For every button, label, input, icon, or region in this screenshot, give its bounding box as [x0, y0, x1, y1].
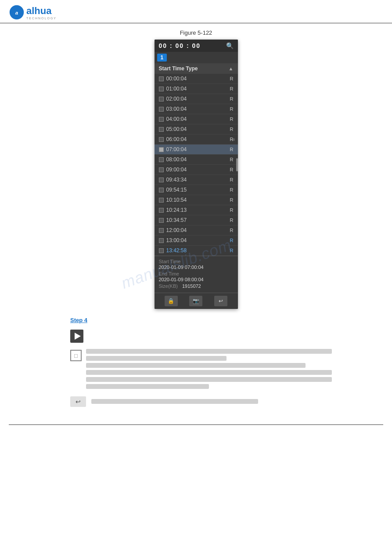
record-item[interactable]: 13:42:58 R: [155, 246, 238, 256]
record-item[interactable]: 10:10:54 R: [155, 195, 238, 205]
record-checkbox[interactable]: [159, 167, 164, 172]
record-time: 04:00:04: [166, 116, 230, 122]
bottom-rule: [9, 424, 383, 425]
note-line-5: [86, 377, 332, 382]
record-checkbox[interactable]: [159, 147, 164, 152]
start-time-label: Start Time: [159, 259, 234, 264]
record-type: R: [230, 187, 234, 192]
logo-brand: alhua: [26, 5, 51, 16]
header: a alhua TECHNOLOGY: [0, 0, 392, 23]
record-type: R: [230, 197, 234, 203]
record-checkbox[interactable]: [159, 76, 164, 81]
record-checkbox[interactable]: [159, 198, 164, 203]
lock-icon: 🔒: [168, 298, 174, 304]
record-item[interactable]: 10:24:13 R: [155, 205, 238, 215]
record-checkbox[interactable]: [159, 117, 164, 122]
record-checkbox[interactable]: [159, 238, 164, 243]
record-type: R: [230, 157, 234, 162]
start-time-value: 2020-01-09 07:00:04: [159, 265, 234, 270]
record-type: R: [230, 76, 234, 81]
record-type: R: [230, 228, 234, 233]
time-bar: 00 : 00 : 00 🔍: [155, 40, 238, 52]
step4-label: Step 4: [70, 317, 87, 323]
record-item[interactable]: 06:00:04 R ≡: [155, 134, 238, 145]
note-line-6: [86, 384, 209, 389]
record-time: 06:00:04: [166, 136, 230, 142]
record-type: R: [230, 86, 234, 91]
record-type: R: [230, 127, 234, 132]
back-btn-row: ↩: [70, 396, 383, 407]
back-icon: ↩: [219, 298, 223, 304]
record-time: 03:00:04: [166, 106, 230, 112]
note-icon: □: [70, 350, 82, 361]
record-type: R: [230, 218, 234, 223]
record-time: 05:00:04: [166, 126, 230, 132]
scrollbar[interactable]: [236, 158, 238, 171]
record-checkbox[interactable]: [159, 87, 164, 91]
play-triangle-icon: [75, 333, 81, 340]
record-checkbox[interactable]: [159, 107, 164, 112]
record-list: 00:00:04 R 01:00:04 R 02:00:04 R: [155, 74, 238, 256]
search-icon[interactable]: 🔍: [226, 42, 234, 49]
record-item[interactable]: 01:00:04 R: [155, 84, 238, 94]
play-button[interactable]: [70, 330, 83, 343]
record-time: 10:24:13: [166, 207, 230, 213]
record-time: 01:00:04: [166, 86, 230, 92]
record-checkbox[interactable]: [159, 137, 164, 142]
scroll-dots: ≡: [233, 137, 235, 142]
record-time: 10:34:57: [166, 217, 230, 223]
col-header: Start Time Type ▲: [155, 63, 238, 74]
record-item[interactable]: 10:34:57 R: [155, 215, 238, 225]
record-checkbox[interactable]: [159, 208, 164, 213]
note-line-1: [86, 349, 332, 354]
record-item[interactable]: 09:43:34 R: [155, 175, 238, 185]
record-time: 10:10:54: [166, 197, 230, 203]
size-value: 1915072: [182, 283, 201, 289]
logo: a alhua TECHNOLOGY: [9, 4, 57, 20]
record-type: R: [230, 238, 234, 243]
figure-caption: Figure 5-122: [9, 29, 383, 36]
ui-panel: 00 : 00 : 00 🔍 1 Start Time Type ▲: [155, 40, 238, 309]
channel-tab[interactable]: 1: [157, 54, 167, 62]
note-line-2: [86, 356, 227, 361]
time-display: 00 : 00 : 00: [159, 42, 201, 49]
record-item[interactable]: 09:54:15 R: [155, 185, 238, 195]
record-type: R: [230, 96, 234, 102]
record-item[interactable]: 04:00:04 R: [155, 114, 238, 124]
record-type: R: [230, 167, 234, 172]
end-time-label: End Time: [159, 271, 234, 276]
record-checkbox[interactable]: [159, 248, 164, 253]
record-item[interactable]: 00:00:04 R: [155, 74, 238, 84]
record-time: 09:43:34: [166, 177, 230, 183]
back-button[interactable]: ↩: [214, 296, 227, 306]
record-item[interactable]: 07:00:04 R: [155, 145, 238, 155]
backup-button[interactable]: 📷: [189, 296, 202, 306]
back-arrow-icon: ↩: [76, 398, 81, 405]
ui-panel-wrapper: 00 : 00 : 00 🔍 1 Start Time Type ▲: [9, 40, 383, 309]
end-time-value: 2020-01-09 08:00:04: [159, 277, 234, 282]
note-line-3: [86, 363, 306, 368]
record-checkbox[interactable]: [159, 178, 164, 182]
record-time: 02:00:04: [166, 96, 230, 102]
record-checkbox[interactable]: [159, 127, 164, 132]
record-checkbox[interactable]: [159, 157, 164, 162]
record-time: 00:00:04: [166, 76, 230, 82]
record-checkbox[interactable]: [159, 228, 164, 233]
record-time: 12:00:04: [166, 227, 230, 233]
record-item[interactable]: 09:00:04 R: [155, 165, 238, 175]
record-item[interactable]: 13:00:04 R: [155, 236, 238, 246]
record-item[interactable]: 05:00:04 R: [155, 124, 238, 134]
note-line-4: [86, 370, 332, 375]
lock-button[interactable]: 🔒: [165, 296, 178, 306]
record-item[interactable]: 03:00:04 R: [155, 104, 238, 114]
record-item[interactable]: 02:00:04 R: [155, 94, 238, 104]
record-checkbox[interactable]: [159, 97, 164, 102]
back-button-bottom[interactable]: ↩: [70, 396, 86, 407]
record-checkbox[interactable]: [159, 218, 164, 223]
record-type: R: [230, 248, 234, 253]
svg-text:a: a: [15, 10, 18, 15]
record-checkbox[interactable]: [159, 188, 164, 192]
record-item[interactable]: 12:00:04 R: [155, 225, 238, 236]
record-item[interactable]: 08:00:04 R: [155, 155, 238, 165]
col-header-text: Start Time Type: [159, 65, 198, 72]
